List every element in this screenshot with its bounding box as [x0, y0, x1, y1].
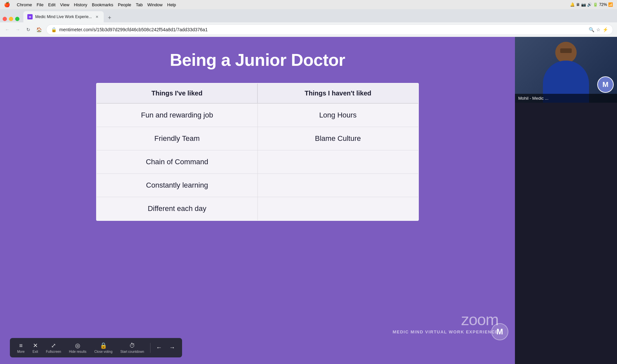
toolbar-divider [150, 343, 150, 353]
home-button[interactable]: 🏠 [34, 25, 43, 34]
table-row: Chain of Command [97, 150, 418, 174]
exit-icon: ✕ [33, 342, 38, 349]
forward-button[interactable]: → [13, 25, 22, 34]
more-icon: ≡ [19, 342, 23, 349]
person-glasses [560, 48, 572, 53]
table-header: Things I've liked Things I haven't liked [97, 84, 418, 104]
menubar-right-icons: 🔔 🖥 📷 🔊 🔋 72% 📶 [570, 2, 613, 7]
col1-header: Things I've liked [97, 84, 258, 103]
lock-icon: 🔒 [100, 342, 107, 349]
address-bar[interactable]: 🔒 mentimeter.com/s/15b3d97d299cfd46cb508… [46, 24, 613, 35]
bookmark-icon[interactable]: ☆ [596, 27, 601, 32]
video-participant: Mohil - Medic ... M [515, 37, 617, 103]
countdown-label: Start countdown [120, 350, 144, 353]
hide-results-icon: ◎ [75, 342, 80, 349]
table-row: Constantly learning [97, 174, 418, 197]
zoom-logo: zoom [392, 311, 498, 329]
menu-bookmarks[interactable]: Bookmarks [92, 2, 113, 7]
row2-col2: Blame Culture [258, 127, 418, 150]
toolbar-exit-button[interactable]: ✕ Exit [29, 341, 41, 355]
menu-people[interactable]: People [118, 2, 131, 7]
window-maximize-btn[interactable] [15, 17, 19, 21]
countdown-icon: ⏱ [129, 342, 135, 349]
row2-col1: Friendly Team [97, 127, 258, 150]
toolbar-countdown-button[interactable]: ⏱ Start countdown [117, 341, 147, 355]
menu-help[interactable]: Help [167, 2, 176, 7]
tab-close-button[interactable]: ✕ [94, 14, 100, 19]
tab-bar: M Medic Mind Live Work Experie... ✕ + [0, 9, 617, 22]
browser-content: Being a Junior Doctor Things I've liked … [0, 37, 617, 364]
active-tab[interactable]: M Medic Mind Live Work Experie... ✕ [23, 11, 104, 22]
video-background [515, 37, 617, 103]
menu-tab[interactable]: Tab [136, 2, 143, 7]
window-minimize-btn[interactable] [9, 17, 13, 21]
address-bar-icons: 🔍 ☆ ⚡ [589, 27, 608, 32]
row5-col2 [258, 197, 418, 220]
menu-history[interactable]: History [74, 2, 87, 7]
extension-icon: ⚡ [603, 27, 608, 32]
search-icon: 🔍 [589, 27, 594, 32]
row4-col1: Constantly learning [97, 174, 258, 197]
tab-title: Medic Mind Live Work Experie... [35, 14, 92, 19]
menu-view[interactable]: View [60, 2, 69, 7]
slide-title: Being a Junior Doctor [170, 50, 345, 70]
toolbar-hide-results-button[interactable]: ◎ Hide results [66, 341, 90, 355]
apple-menu[interactable]: 🍎 [4, 2, 10, 8]
participant-name-badge: Mohil - Medic ... [515, 94, 617, 103]
zoom-m-badge: M [491, 323, 508, 340]
row1-col2: Long Hours [258, 104, 418, 127]
tab-favicon: M [27, 14, 33, 19]
toolbar-close-voting-button[interactable]: 🔒 Close voting [91, 341, 116, 355]
table-row: Different each day [97, 197, 418, 220]
col2-header: Things I haven't liked [258, 84, 418, 103]
comparison-table: Things I've liked Things I haven't liked… [96, 83, 419, 221]
fullscreen-icon: ⤢ [51, 342, 56, 349]
fullscreen-label: Fullscreen [46, 350, 61, 353]
row3-col1: Chain of Command [97, 150, 258, 173]
mac-menubar: 🍎 Chrome File Edit View History Bookmark… [0, 0, 617, 9]
row3-col2 [258, 150, 418, 173]
address-bar-row: ← → ↻ 🏠 🔒 mentimeter.com/s/15b3d97d299cf… [0, 22, 617, 37]
url-text: mentimeter.com/s/15b3d97d299cfd46cb508c2… [59, 27, 586, 32]
slide-area: Being a Junior Doctor Things I've liked … [0, 37, 515, 364]
exit-label: Exit [33, 350, 38, 353]
participant-avatar: M [597, 76, 614, 93]
table-row: Friendly Team Blame Culture [97, 127, 418, 150]
watermark-text: MEDIC MIND VIRTUAL WORK EXPERIENCE [392, 329, 498, 334]
menu-window[interactable]: Window [148, 2, 163, 7]
menu-file[interactable]: File [37, 2, 43, 7]
row1-col1: Fun and rewarding job [97, 104, 258, 127]
row4-col2 [258, 174, 418, 197]
menu-chrome[interactable]: Chrome [17, 2, 32, 7]
more-label: More [17, 350, 25, 353]
table-row: Fun and rewarding job Long Hours [97, 104, 418, 127]
bottom-watermark: zoom MEDIC MIND VIRTUAL WORK EXPERIENCE [392, 311, 498, 334]
toolbar-fullscreen-button[interactable]: ⤢ Fullscreen [42, 341, 64, 355]
new-tab-button[interactable]: + [105, 13, 114, 22]
toolbar-next-button[interactable]: → [166, 342, 178, 354]
toolbar-more-button[interactable]: ≡ More [14, 341, 28, 355]
right-sidebar: Mohil - Medic ... M [515, 37, 617, 364]
menu-items: Chrome File Edit View History Bookmarks … [17, 2, 176, 7]
lock-icon: 🔒 [51, 27, 57, 32]
chrome-window: M Medic Mind Live Work Experie... ✕ + ← … [0, 9, 617, 364]
toolbar-prev-button[interactable]: ← [153, 342, 165, 354]
hide-results-label: Hide results [69, 350, 87, 353]
window-close-btn[interactable] [3, 17, 7, 21]
toolbar: ≡ More ✕ Exit ⤢ Fullscreen ◎ Hide result… [10, 338, 182, 357]
back-button[interactable]: ← [3, 25, 12, 34]
row5-col1: Different each day [97, 197, 258, 220]
menu-edit[interactable]: Edit [48, 2, 55, 7]
close-voting-label: Close voting [94, 350, 112, 353]
reload-button[interactable]: ↻ [24, 25, 33, 34]
person-silhouette [515, 37, 617, 103]
